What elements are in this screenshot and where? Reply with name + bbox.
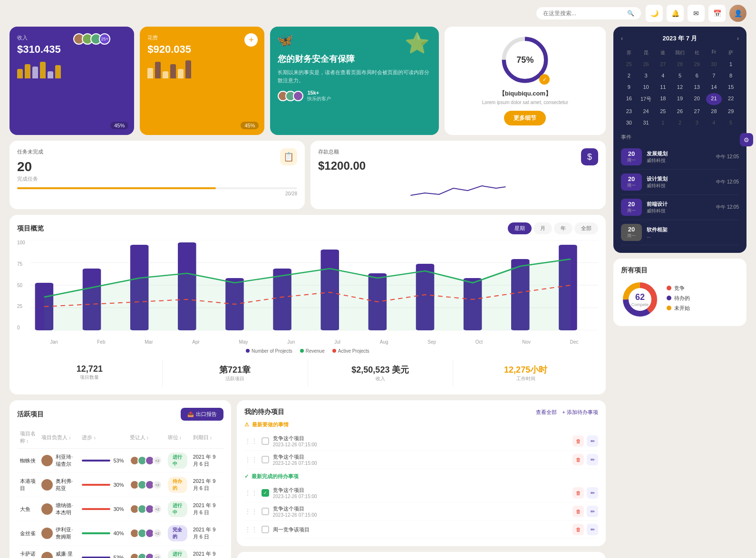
- mail-icon[interactable]: ✉: [688, 5, 705, 22]
- cal-day-cell[interactable]: 29: [689, 59, 705, 69]
- drag-handle-2[interactable]: ⋮⋮: [244, 456, 258, 463]
- cal-day-cell[interactable]: 23: [621, 106, 637, 116]
- view-all-btn[interactable]: 查看全部: [536, 409, 557, 416]
- td-assignee-4: +2: [127, 546, 165, 558]
- legend-color-pending: [667, 296, 671, 300]
- cal-day-cell[interactable]: 30: [706, 59, 722, 69]
- cal-day-cell[interactable]: 14: [706, 82, 722, 92]
- cal-day-cell[interactable]: 9: [621, 82, 637, 92]
- cal-day-cell[interactable]: 2: [621, 70, 637, 81]
- cal-day-cell[interactable]: 22: [723, 93, 739, 105]
- todo-checkbox-4[interactable]: [262, 508, 269, 515]
- circular-btn[interactable]: 更多细节: [504, 111, 546, 125]
- stat-revenue: $2,50,523 美元 收入: [308, 359, 454, 387]
- todo-checkbox-5[interactable]: [262, 526, 269, 533]
- cal-day-cell[interactable]: 11: [655, 82, 671, 92]
- cal-day-cell[interactable]: 31: [638, 117, 654, 128]
- cal-day-cell[interactable]: 28: [706, 106, 722, 116]
- todo-delete-3[interactable]: 🗑: [572, 487, 584, 499]
- export-label: 出口报告: [196, 411, 217, 418]
- cal-next-btn[interactable]: ›: [737, 35, 739, 42]
- cal-day-cell[interactable]: 1: [723, 59, 739, 69]
- search-input[interactable]: [543, 10, 623, 17]
- drag-handle-1[interactable]: ⋮⋮: [244, 437, 258, 445]
- td-assignee-1: +2: [127, 473, 165, 497]
- cal-day-cell[interactable]: 7: [706, 70, 722, 81]
- todo-delete-5[interactable]: 🗑: [572, 524, 584, 535]
- cal-day-cell[interactable]: 4: [706, 117, 722, 128]
- cal-day-cell[interactable]: 3: [689, 117, 705, 128]
- cal-day-cell[interactable]: 12: [672, 82, 688, 92]
- tab-month[interactable]: 月: [533, 222, 552, 234]
- cal-day-cell[interactable]: 15: [723, 82, 739, 92]
- cal-prev-btn[interactable]: ‹: [621, 35, 623, 42]
- drag-handle-5[interactable]: ⋮⋮: [244, 526, 258, 533]
- export-btn[interactable]: 📤 出口报告: [181, 408, 223, 421]
- cal-day-cell[interactable]: 19: [672, 93, 688, 105]
- todo-checkbox-2[interactable]: [262, 456, 269, 463]
- th-manager[interactable]: 项目负责人: [39, 426, 79, 449]
- todo-edit-3[interactable]: ✏: [587, 487, 598, 499]
- th-assignee[interactable]: 受让人: [127, 426, 165, 449]
- ap-header: 活跃项目 📤 出口报告: [17, 408, 223, 421]
- assignee-more-1: +2: [153, 480, 162, 490]
- add-todo-btn[interactable]: + 添加待办事项: [562, 409, 598, 416]
- cal-day-cell[interactable]: 20: [689, 93, 705, 105]
- cal-day-cell[interactable]: 4: [655, 70, 671, 81]
- todo-edit-2[interactable]: ✏: [587, 454, 598, 465]
- calendar-icon[interactable]: 📅: [708, 5, 726, 22]
- tab-all[interactable]: 全部: [574, 222, 598, 234]
- tab-year[interactable]: 年: [554, 222, 572, 234]
- drag-handle-3[interactable]: ⋮⋮: [244, 489, 258, 497]
- todo-edit-4[interactable]: ✏: [587, 506, 598, 517]
- cal-day-cell[interactable]: 27: [689, 106, 705, 116]
- cal-day-cell[interactable]: 8: [723, 70, 739, 81]
- th-name[interactable]: 项目名称: [17, 426, 39, 449]
- cal-day-cell[interactable]: 25: [655, 106, 671, 116]
- cal-day-cell[interactable]: 18: [655, 93, 671, 105]
- th-badge[interactable]: 班位: [165, 426, 190, 449]
- cal-day-cell[interactable]: 28: [672, 59, 688, 69]
- user-avatar[interactable]: 👤: [729, 5, 746, 22]
- cal-day-cell[interactable]: 26: [638, 59, 654, 69]
- search-box[interactable]: 🔍: [536, 7, 641, 19]
- todo-edit-5[interactable]: ✏: [587, 524, 598, 535]
- notifications-icon[interactable]: 🔔: [667, 5, 684, 22]
- cal-day-cell[interactable]: 2: [672, 117, 688, 128]
- tab-week[interactable]: 星期: [508, 222, 532, 234]
- manager-avatar-4: [41, 552, 53, 558]
- cal-day-cell[interactable]: 24: [638, 106, 654, 116]
- drag-handle-4[interactable]: ⋮⋮: [244, 508, 258, 515]
- cal-day-cell[interactable]: 5: [672, 70, 688, 81]
- cal-settings-btn[interactable]: ⚙: [740, 133, 753, 146]
- cal-day-cell[interactable]: 21: [706, 93, 722, 105]
- cal-day-header: 社: [689, 48, 705, 58]
- cal-day-cell[interactable]: 1: [655, 117, 671, 128]
- th-due[interactable]: 到期日: [190, 426, 223, 449]
- cal-day-cell[interactable]: 13: [689, 82, 705, 92]
- todo-item-2-content: 竞争这个项目 2023-12-26 07:15:00: [273, 453, 569, 466]
- cal-day-cell[interactable]: 10: [638, 82, 654, 92]
- todo-delete-2[interactable]: 🗑: [572, 454, 584, 465]
- cal-day-cell[interactable]: 6: [689, 70, 705, 81]
- todo-edit-1[interactable]: ✏: [587, 435, 598, 447]
- todo-checkbox-3[interactable]: ✓: [262, 489, 269, 497]
- cal-day-cell[interactable]: 17号: [638, 93, 654, 105]
- cal-day-cell[interactable]: 26: [672, 106, 688, 116]
- theme-toggle[interactable]: 🌙: [646, 5, 663, 22]
- cal-day-cell[interactable]: 30: [621, 117, 637, 128]
- todo-delete-1[interactable]: 🗑: [572, 435, 584, 447]
- promo-count: 15k+: [307, 90, 331, 96]
- todo-delete-4[interactable]: 🗑: [572, 506, 584, 517]
- cal-day-cell[interactable]: 25: [621, 59, 637, 69]
- chart-svg: [30, 240, 598, 330]
- tasks-label: 任务未完成: [17, 148, 297, 155]
- cal-day-cell[interactable]: 3: [638, 70, 654, 81]
- cal-day-header: 昆: [638, 48, 654, 58]
- cal-day-cell[interactable]: 16: [621, 93, 637, 105]
- cal-day-cell[interactable]: 5: [723, 117, 739, 128]
- todo-checkbox-1[interactable]: [262, 437, 269, 445]
- th-progress[interactable]: 进步: [79, 426, 126, 449]
- cal-day-cell[interactable]: 29: [723, 106, 739, 116]
- cal-day-cell[interactable]: 27: [655, 59, 671, 69]
